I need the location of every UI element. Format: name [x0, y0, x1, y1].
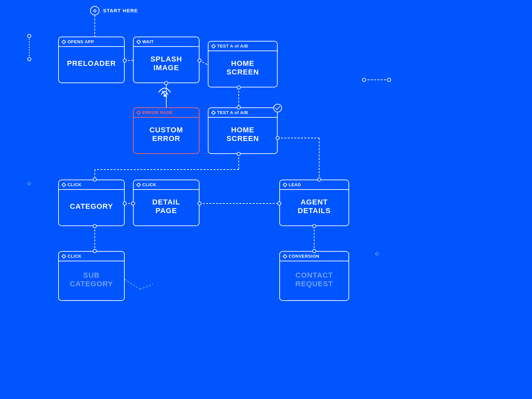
node-click-sub: CLICK SUBCATEGORY [58, 251, 125, 301]
node-click-detail-badge: CLICK [142, 182, 156, 187]
node-test-ab-1-body: HOMESCREEN [208, 51, 277, 84]
node-click-detail-body: DETAILPAGE [134, 190, 199, 223]
node-click-detail: CLICK DETAILPAGE [133, 180, 200, 226]
svg-line-14 [125, 279, 140, 289]
diamond-icon [211, 44, 216, 48]
node-error-page-badge: ERROR PAGE [142, 110, 173, 115]
svg-line-2 [200, 61, 208, 65]
node-lead-agent-header: LEAD [280, 180, 348, 190]
node-lead-agent-body: AGENTDETAILS [280, 190, 348, 223]
node-error-page-body: CUSTOMERROR [134, 118, 199, 151]
diamond-icon [136, 182, 141, 187]
svg-point-37 [362, 78, 366, 81]
diamond-icon [211, 110, 216, 115]
node-conversion-badge: CONVERSION [289, 254, 319, 259]
diamond-icon [62, 39, 66, 44]
start-icon [90, 6, 99, 15]
diamond-icon [62, 254, 66, 258]
legend-diamond-right: ◇ [375, 251, 379, 256]
node-click-sub-badge: CLICK [67, 254, 81, 259]
node-conversion-header: CONVERSION [280, 252, 348, 261]
node-wait-splash: WAIT SPLASHIMAGE [133, 37, 200, 83]
diamond-icon [283, 254, 287, 258]
node-lead-agent-badge: LEAD [289, 182, 301, 187]
node-wait-splash-badge: WAIT [142, 39, 154, 44]
node-preloader: OPENS APP PRELOADER [58, 37, 125, 83]
svg-point-36 [28, 58, 31, 61]
node-wait-splash-header: WAIT [134, 37, 199, 47]
diamond-icon [136, 39, 141, 44]
node-wait-splash-body: SPLASHIMAGE [134, 47, 199, 80]
node-click-detail-header: CLICK [134, 180, 199, 190]
diamond-icon [136, 110, 141, 115]
diamond-icon [283, 182, 287, 187]
node-conversion-body: CONTACTREQUEST [280, 261, 348, 298]
svg-line-39 [162, 91, 167, 97]
node-test-ab-2-badge: TEST A of A/B [217, 110, 248, 115]
svg-point-38 [387, 78, 391, 81]
node-test-ab-2-header: TEST A of A/B [208, 108, 277, 118]
node-conversion: CONVERSION CONTACTREQUEST [279, 251, 349, 301]
node-test-ab-1-badge: TEST A of A/B [217, 44, 248, 49]
node-click-category-badge: CLICK [67, 182, 81, 187]
node-preloader-header: OPENS APP [59, 37, 124, 47]
node-click-category: CLICK CATEGORY [58, 180, 125, 226]
node-click-category-body: CATEGORY [59, 190, 124, 223]
node-test-ab-2-body: HOMESCREEN [208, 118, 277, 151]
svg-point-35 [28, 34, 31, 38]
svg-point-40 [164, 95, 165, 96]
node-click-sub-header: CLICK [59, 252, 124, 261]
node-preloader-badge: OPENS APP [67, 39, 94, 44]
diamond-icon [62, 182, 66, 187]
start-label: START HERE [103, 8, 138, 13]
node-test-ab-1-header: TEST A of A/B [208, 42, 277, 51]
node-test-ab-2: TEST A of A/B HOMESCREEN [208, 107, 278, 154]
node-click-category-header: CLICK [59, 180, 124, 190]
node-test-ab-1: TEST A of A/B HOMESCREEN [208, 41, 278, 87]
node-click-sub-body: SUBCATEGORY [59, 261, 124, 298]
legend-diamond-left: ◇ [27, 181, 31, 186]
node-error-page: ERROR PAGE CUSTOMERROR [133, 107, 200, 154]
node-preloader-body: PRELOADER [59, 47, 124, 80]
node-error-page-header: ERROR PAGE [134, 108, 199, 118]
node-lead-agent: LEAD AGENTDETAILS [279, 180, 349, 226]
svg-line-15 [140, 284, 153, 289]
